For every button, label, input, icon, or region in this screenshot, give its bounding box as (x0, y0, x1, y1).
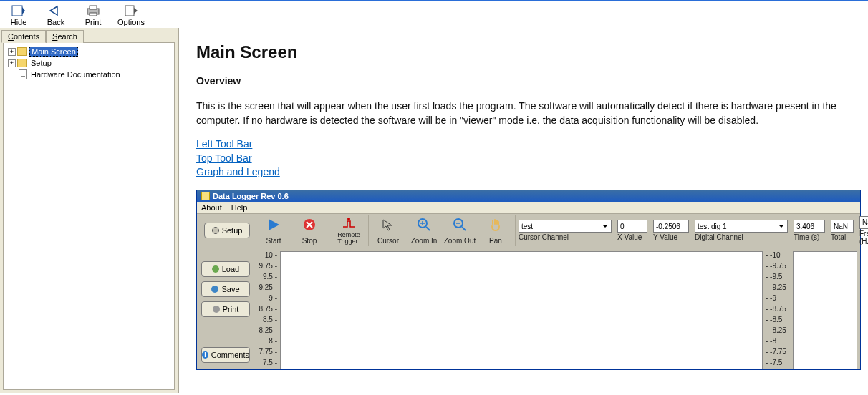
embedded-app-screenshot: Data Logger Rev 0.6 About Help Setup (196, 190, 861, 370)
total-field: NaN (831, 220, 854, 233)
time-field: 3.406 (794, 220, 825, 233)
hide-button[interactable]: Hide (6, 4, 32, 26)
gear-icon (212, 227, 219, 234)
overview-body: This is the screen that will appear when… (196, 99, 851, 127)
pan-button[interactable]: Pan (478, 215, 513, 246)
tree-item-setup[interactable]: + Setup (5, 57, 173, 69)
options-button[interactable]: Options (117, 4, 145, 26)
play-icon (265, 217, 282, 233)
menu-about[interactable]: About (201, 203, 222, 212)
cursor-icon (380, 217, 397, 233)
expand-icon[interactable]: + (8, 48, 16, 56)
back-icon (48, 4, 64, 17)
x-value-field: 0 (617, 220, 647, 233)
page-title: Main Screen (196, 42, 851, 62)
svg-point-6 (347, 218, 350, 220)
info-icon: i (202, 351, 208, 359)
page-icon (19, 69, 27, 79)
legend-box (793, 251, 857, 369)
sidebar-tabs: Contents Search (1, 29, 176, 42)
zoom-in-button[interactable]: Zoom In (406, 215, 442, 246)
svg-rect-0 (12, 6, 22, 16)
tree-item-hardware-doc[interactable]: Hardware Documentation (5, 69, 173, 80)
stop-button[interactable]: Stop (291, 215, 327, 246)
y-axis-right: - -10- -9.75- -9.5- -9.25- -9- -8.75- -8… (763, 251, 791, 369)
embed-top-toolbar: Setup Start Stop (197, 214, 860, 248)
link-top-toolbar[interactable]: Top Tool Bar (196, 152, 851, 166)
load-button[interactable]: Load (201, 261, 250, 277)
link-graph-legend[interactable]: Graph and Legend (196, 165, 851, 180)
save-icon (211, 286, 218, 293)
print-button[interactable]: Print (80, 4, 106, 26)
zoom-in-icon (415, 217, 433, 233)
back-button[interactable]: Back (43, 4, 69, 26)
sidebar: Contents Search + Main Screen + Setup Ha… (0, 28, 179, 393)
svg-rect-4 (125, 6, 134, 16)
embed-left-toolbar: Load Save Print iComments (197, 248, 254, 369)
expand-icon[interactable]: + (8, 59, 16, 67)
overview-heading: Overview (196, 75, 851, 87)
zoom-out-icon (451, 217, 468, 233)
trigger-icon (340, 217, 357, 232)
folder-icon (17, 59, 27, 67)
cursor-line (690, 252, 690, 369)
save-button[interactable]: Save (201, 281, 250, 297)
print-icon (213, 306, 220, 313)
folder-icon (17, 47, 27, 56)
pan-icon (487, 217, 504, 233)
stop-icon (301, 217, 318, 233)
cursor-button[interactable]: Cursor (370, 215, 406, 246)
help-content[interactable]: Main Screen Overview This is the screen … (179, 28, 868, 393)
embed-titlebar: Data Logger Rev 0.6 (197, 190, 860, 202)
labview-icon (201, 192, 210, 200)
help-toolbar: Hide Back Print Options (0, 1, 868, 28)
load-icon (212, 265, 219, 273)
tab-search[interactable]: Search (46, 30, 84, 43)
cursor-channel-select[interactable]: test (519, 220, 612, 233)
embed-menubar: About Help (197, 202, 860, 214)
y-axis-left: 10 -9.75 -9.5 -9.25 -9 -8.75 -8.5 -8.25 … (254, 251, 280, 369)
freq-field: NaN (859, 216, 868, 229)
start-button[interactable]: Start (256, 215, 291, 246)
readout-cursor-channel: test Cursor Channel (516, 215, 614, 246)
digital-channel-select[interactable]: test dig 1 (695, 220, 788, 233)
hide-icon (11, 4, 26, 17)
contents-tree: + Main Screen + Setup Hardware Documenta… (3, 42, 175, 390)
print-button-embed[interactable]: Print (201, 301, 250, 317)
print-icon (85, 4, 101, 17)
link-left-toolbar[interactable]: Left Tool Bar (196, 137, 851, 152)
options-icon (123, 4, 139, 17)
graph-area: 10 -9.75 -9.5 -9.25 -9 -8.75 -8.5 -8.25 … (254, 248, 860, 369)
setup-button[interactable]: Setup (204, 223, 250, 238)
comments-button[interactable]: iComments (201, 347, 250, 363)
plot-area[interactable] (280, 251, 763, 369)
tab-contents[interactable]: Contents (1, 30, 46, 43)
zoom-out-button[interactable]: Zoom Out (442, 215, 478, 246)
y-value-field: -0.2506 (653, 220, 689, 233)
svg-rect-3 (90, 13, 97, 16)
tree-item-main-screen[interactable]: + Main Screen (5, 46, 173, 57)
menu-help[interactable]: Help (231, 203, 248, 212)
svg-rect-2 (90, 6, 97, 9)
remote-trigger-button[interactable]: RemoteTrigger (331, 215, 367, 246)
